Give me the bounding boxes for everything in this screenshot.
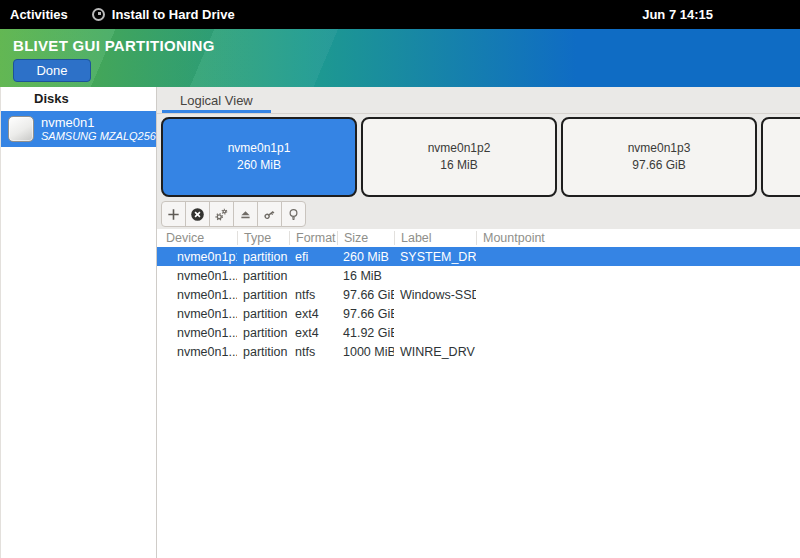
window-body: Disks nvme0n1SAMSUNG MZALQ256HAJD- Logic…	[0, 87, 800, 558]
lightbulb-icon	[286, 207, 301, 222]
cell-format: ext4	[289, 307, 337, 321]
cell-size: 260 MiB	[337, 250, 394, 264]
installer-app-icon	[92, 8, 105, 21]
partition-block-nvme0n1p2[interactable]: nvme0n1p216 MiB	[361, 117, 557, 197]
hard-drive-icon	[8, 116, 34, 142]
page-title: BLIVET GUI PARTITIONING	[0, 29, 800, 54]
table-header-row: DeviceTypeFormatSizeLabelMountpoint	[157, 229, 800, 247]
cell-type: partition	[237, 288, 289, 302]
disk-list: nvme0n1SAMSUNG MZALQ256HAJD-	[1, 111, 156, 147]
cell-format: ntfs	[289, 288, 337, 302]
cell-size: 41.92 GiB	[337, 326, 394, 340]
cell-type: partition	[237, 250, 289, 264]
table-body: nvme0n1p1partitionefi260 MiBSYSTEM_DRVnv…	[157, 247, 800, 558]
cell-format: ext4	[289, 326, 337, 340]
cell-device: nvme0n1...	[157, 307, 237, 321]
disk-model: SAMSUNG MZALQ256HAJD-	[41, 130, 156, 143]
activities-button[interactable]: Activities	[10, 7, 68, 22]
table-row[interactable]: nvme0n1...partitionext441.92 GiB	[157, 323, 800, 342]
cell-size: 1000 MiB	[337, 345, 394, 359]
cell-device: nvme0n1...	[157, 269, 237, 283]
info-button[interactable]	[281, 201, 306, 227]
cell-type: partition	[237, 269, 289, 283]
column-header-type[interactable]: Type	[237, 231, 289, 245]
disk-item-nvme0n1[interactable]: nvme0n1SAMSUNG MZALQ256HAJD-	[1, 111, 156, 147]
column-header-size[interactable]: Size	[337, 231, 394, 245]
table-row[interactable]: nvme0n1...partitionntfs97.66 GiBWindows-…	[157, 285, 800, 304]
column-header-mountpoint[interactable]: Mountpoint	[476, 231, 800, 245]
app-menu-label: Install to Hard Drive	[112, 7, 235, 22]
table-row[interactable]: nvme0n1...partition16 MiB	[157, 266, 800, 285]
cell-device: nvme0n1...	[157, 326, 237, 340]
blivet-header: BLIVET GUI PARTITIONING Done	[0, 29, 800, 87]
key-icon	[262, 207, 277, 222]
disk-name: nvme0n1	[41, 115, 156, 130]
partition-block-size: 16 MiB	[440, 157, 477, 174]
partition-block-name: nvme0n1p1	[228, 140, 291, 157]
cell-type: partition	[237, 345, 289, 359]
partitions-table: DeviceTypeFormatSizeLabelMountpoint nvme…	[157, 229, 800, 558]
cell-format: efi	[289, 250, 337, 264]
clock[interactable]: Jun 7 14:15	[642, 0, 713, 29]
column-header-label[interactable]: Label	[394, 231, 476, 245]
screen: Activities Install to Hard Drive Jun 7 1…	[0, 0, 800, 558]
table-row[interactable]: nvme0n1p1partitionefi260 MiBSYSTEM_DRV	[157, 247, 800, 266]
partition-block-name: nvme0n1p2	[428, 140, 491, 157]
done-button[interactable]: Done	[13, 59, 91, 82]
cell-size: 16 MiB	[337, 269, 394, 283]
tab-label: Logical View	[180, 93, 253, 108]
column-header-format[interactable]: Format	[289, 231, 337, 245]
delete-button[interactable]	[185, 201, 210, 227]
cell-device: nvme0n1...	[157, 345, 237, 359]
partition-block-nvme0n1p3[interactable]: nvme0n1p397.66 GiB	[561, 117, 757, 197]
gears-icon	[214, 207, 229, 222]
cell-type: partition	[237, 326, 289, 340]
eject-icon	[238, 207, 253, 222]
table-row[interactable]: nvme0n1...partitionext497.66 GiB	[157, 304, 800, 323]
plus-icon	[166, 207, 181, 222]
cell-label: WINRE_DRV	[394, 345, 476, 359]
delete-circle-icon	[190, 207, 205, 222]
cell-size: 97.66 GiB	[337, 307, 394, 321]
cell-device: nvme0n1p1	[157, 250, 237, 264]
add-button[interactable]	[161, 201, 186, 227]
disks-sidebar: Disks nvme0n1SAMSUNG MZALQ256HAJD-	[0, 87, 157, 558]
cell-format: ntfs	[289, 345, 337, 359]
cell-device: nvme0n1...	[157, 288, 237, 302]
partition-block-size: 260 MiB	[237, 157, 281, 174]
unmount-button[interactable]	[233, 201, 258, 227]
cell-label: SYSTEM_DRV	[394, 250, 476, 264]
cell-label: Windows-SSD	[394, 288, 476, 302]
main-panel: Logical View nvme0n1p1260 MiBnvme0n1p216…	[157, 87, 800, 558]
gnome-top-bar: Activities Install to Hard Drive Jun 7 1…	[0, 0, 800, 29]
edit-button[interactable]	[209, 201, 234, 227]
partition-toolbar	[161, 201, 306, 227]
table-row[interactable]: nvme0n1...partitionntfs1000 MiBWINRE_DRV	[157, 342, 800, 361]
decrypt-button[interactable]	[257, 201, 282, 227]
partition-block-nvme0n1p1[interactable]: nvme0n1p1260 MiB	[161, 117, 357, 197]
partition-visualization: nvme0n1p1260 MiBnvme0n1p216 MiBnvme0n1p3…	[157, 114, 800, 200]
disks-column-header: Disks	[1, 87, 156, 111]
cell-size: 97.66 GiB	[337, 288, 394, 302]
partition-block-partial[interactable]	[761, 117, 800, 197]
tab-strip: Logical View	[157, 87, 800, 114]
partition-block-name: nvme0n1p3	[628, 140, 691, 157]
tab-logical-view[interactable]: Logical View	[162, 87, 271, 113]
disk-item-text: nvme0n1SAMSUNG MZALQ256HAJD-	[41, 115, 156, 143]
app-menu[interactable]: Install to Hard Drive	[92, 7, 235, 22]
column-header-device[interactable]: Device	[157, 231, 237, 245]
cell-type: partition	[237, 307, 289, 321]
partition-block-size: 97.66 GiB	[632, 157, 685, 174]
toolbar-row	[157, 200, 800, 229]
